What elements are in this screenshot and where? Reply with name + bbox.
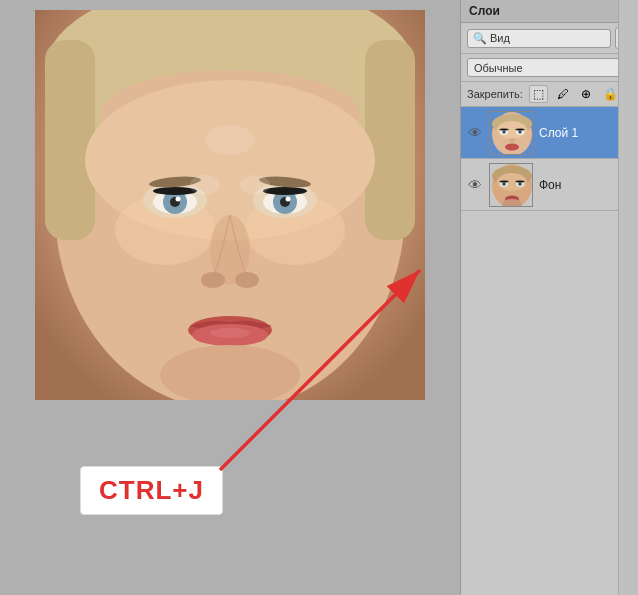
svg-point-16 [176,197,181,202]
layer-visibility-toggle-bg[interactable]: 👁 [467,177,483,193]
svg-point-40 [503,131,505,133]
svg-point-11 [235,272,259,288]
svg-point-47 [505,143,519,150]
svg-point-53 [503,183,505,185]
svg-point-57 [500,180,509,182]
layer-name-bg: Фон [539,178,561,192]
layers-panel-title: Слои [469,4,500,18]
layer-thumbnail-bg [489,163,533,207]
layer-visibility-toggle-1[interactable]: 👁 [467,125,483,141]
svg-point-10 [201,272,225,288]
svg-point-32 [205,125,255,155]
search-icon: 🔍 [473,32,487,45]
svg-point-56 [519,183,521,185]
layers-search-row[interactable]: 🔍 Вид ▾ [461,23,638,54]
svg-point-24 [263,187,307,195]
layers-view-label: Вид [490,32,510,44]
blend-mode-row[interactable]: Обычные ▾ [461,54,638,82]
canvas-area: CTRL+J [0,0,460,595]
lock-pixels-icon[interactable]: ⬚ [529,85,548,103]
layer-item-bg[interactable]: 👁 Фон [461,159,638,211]
layer-name-1: Слой 1 [539,126,578,140]
svg-point-46 [509,138,515,142]
layers-panel-header: Слои [461,0,638,23]
lock-brush-icon[interactable]: 🖊 [554,86,572,102]
shortcut-label: CTRL+J [80,466,223,515]
layers-panel: Слои 🔍 Вид ▾ Обычные ▾ Закрепить: ⬚ 🖊 ⊕ … [460,0,638,595]
svg-point-31 [240,175,270,195]
lock-row: Закрепить: ⬚ 🖊 ⊕ 🔒 [461,82,638,107]
svg-point-45 [516,128,525,130]
svg-rect-4 [365,40,415,240]
svg-point-43 [519,131,521,133]
lock-position-icon[interactable]: ⊕ [578,86,594,102]
svg-rect-3 [45,40,95,240]
face-photo [35,10,425,400]
svg-point-30 [190,175,220,195]
layers-search-box[interactable]: 🔍 Вид [467,29,611,48]
svg-point-58 [516,180,525,182]
svg-point-44 [500,128,509,130]
panels-right-strip [618,0,638,595]
shortcut-text: CTRL+J [99,475,204,505]
svg-point-23 [286,197,291,202]
photo-container [35,10,425,400]
svg-point-28 [210,328,250,338]
layer-thumbnail-1 [489,111,533,155]
lock-label: Закрепить: [467,88,523,100]
blend-mode-value: Обычные [474,62,523,74]
blend-mode-select[interactable]: Обычные ▾ [467,58,632,77]
layer-item-1[interactable]: 👁 Слой 1 [461,107,638,159]
svg-point-17 [153,187,197,195]
